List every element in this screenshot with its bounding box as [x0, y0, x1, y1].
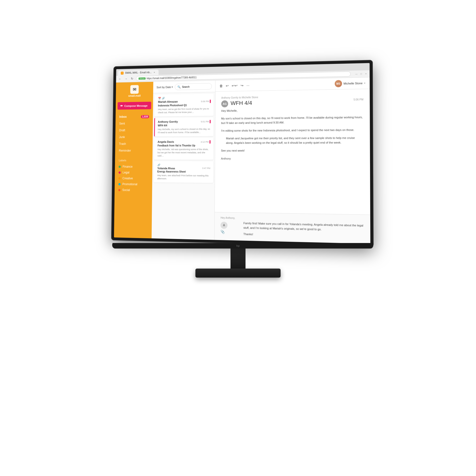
sidebar-item-draft[interactable]: Draft [115, 127, 153, 134]
maximize-btn[interactable]: □ [360, 72, 363, 75]
sort-arrow-icon: ▾ [172, 86, 173, 88]
email-preview-1: Hey team, we've got the first round of s… [158, 107, 211, 114]
email-subject-4: Energy Awareness Sheet [157, 170, 210, 173]
email-para2: My son's school is closed on this day, s… [221, 115, 364, 126]
forward-icon[interactable]: ↪ [241, 83, 244, 87]
app-container: ✉ smail.mail ✏ Compose Message Inbox 1,9… [114, 77, 370, 244]
sort-label: Sort by Date [157, 86, 171, 89]
tab-favicon: ✉ [121, 71, 124, 74]
inbox-label: Inbox [119, 115, 127, 118]
reply-sender-avatar: A [220, 222, 227, 229]
labels-section: Labels Finance Legal Creative [114, 156, 152, 195]
email-preview-2: Hey Michelle, my son's school is closed … [158, 128, 210, 134]
sort-button[interactable]: Sort by Date ▾ [157, 85, 173, 89]
email-para4: Mariah and Jacqueline got me their prior… [226, 136, 364, 146]
email-detail-content: Anthony Gorrity to Michelle Stone AG WFH… [215, 89, 370, 215]
trash-label: Trash [119, 142, 126, 146]
email-list: 📅 🔗 Mariah Almazan 5:06 PM [152, 92, 215, 240]
reply-icon[interactable]: ↩ [226, 84, 229, 88]
compose-icon: ✏ [120, 104, 123, 108]
email-subject-1: Indonesia Photoshoot Q1 [158, 103, 211, 107]
reply-section: Hey Anthony, A 📎 Family first! Make sure… [214, 212, 370, 244]
tab-title: SMAIL.MAIL - Email inb... [125, 71, 152, 74]
sent-label: Sent [119, 122, 125, 125]
user-profile[interactable]: MS Michelle Stone ▾ [335, 79, 366, 87]
labels-title: Labels [119, 159, 149, 162]
finance-label: Finance [123, 165, 133, 168]
legal-dot [118, 171, 121, 174]
secure-badge: Secure [139, 77, 146, 80]
creative-label: Creative [123, 177, 133, 180]
sidebar-item-inbox[interactable]: Inbox 1,939 [115, 113, 153, 120]
back-btn[interactable]: ← [118, 77, 122, 81]
logo-text: smail.mail [128, 94, 141, 97]
promotional-dot [118, 183, 121, 185]
reply-all-icon[interactable]: ↩↩ [232, 84, 238, 88]
avatar: MS [335, 80, 342, 87]
sidebar-item-trash[interactable]: Trash [115, 140, 153, 147]
delete-icon[interactable]: 🗑 [219, 84, 223, 88]
email-from-4: Yolanda Rivas [157, 167, 175, 170]
email-subject-3: Feedback from Val is Thumbs Up [158, 144, 210, 147]
sender-avatar: AG [221, 100, 228, 107]
refresh-btn[interactable]: ↻ [130, 77, 134, 80]
email-detail: 🗑 ↩ ↩↩ ↪ ··· MS Michelle Stone ▾ [214, 77, 370, 244]
email-from-2: Anthony Gorrity [158, 120, 178, 123]
reply-body: Family first! Make sure you call in for … [243, 221, 364, 233]
monitor-bezel: ✉ SMAIL.MAIL - Email inb... × ← → ↻ Secu… [111, 60, 374, 247]
search-box[interactable]: 🔍 Search [175, 83, 212, 90]
sidebar-item-reminder[interactable]: Reminder [115, 147, 153, 154]
minimize-btn[interactable]: — [355, 72, 358, 76]
email-list-panel: Sort by Date ▾ 🔍 Search [152, 81, 215, 240]
monitor-base [195, 269, 281, 278]
hp-logo: hp [236, 244, 240, 247]
email-subject-detail: WFH 4/4 [230, 100, 252, 106]
user-dropdown-icon[interactable]: ▾ [364, 82, 365, 84]
attachment-icon: 📎 [220, 230, 230, 234]
email-signature: Anthony [221, 157, 364, 160]
nav-items: Inbox 1,939 Sent Draft Junk [115, 111, 153, 156]
email-time-1: 5:06 PM [201, 100, 209, 103]
more-icon[interactable]: ··· [247, 83, 250, 87]
email-body: Hey Michelle, My son's school is closed … [221, 107, 364, 153]
time-indicator-3 [209, 140, 210, 144]
label-social[interactable]: Social [118, 187, 148, 193]
sidebar-item-sent[interactable]: Sent [115, 120, 153, 127]
email-time-3: 4:12 PM [201, 141, 209, 143]
junk-label: Junk [119, 135, 125, 139]
url-text: https://smail.mail/10300/nrgdrive/77389.… [147, 76, 197, 80]
compose-label: Compose Message [124, 104, 148, 107]
email-time-4: 3:47 PM [202, 167, 210, 170]
logo-icon: ✉ [130, 85, 139, 94]
close-btn[interactable]: × [364, 72, 368, 75]
label-finance[interactable]: Finance [118, 164, 149, 170]
email-farewell: See you next week! [221, 148, 364, 153]
reminder-label: Reminder [119, 149, 131, 152]
email-from-3: Angela Davis [158, 140, 174, 143]
sidebar-item-junk[interactable]: Junk [115, 134, 153, 141]
email-preview-4: Hey team, see attached! Print before our… [157, 174, 210, 180]
email-para3: I'm editing some shots for the new Indon… [221, 128, 364, 133]
user-name: Michelle Stone [343, 82, 363, 85]
email-card-4[interactable]: 🔗 Yolanda Rivas 3:47 PM Energy Awareness… [154, 161, 213, 183]
search-icon: 🔍 [177, 85, 181, 88]
tab-close-btn[interactable]: × [153, 71, 156, 74]
email-card-2[interactable]: Anthony Gorrity 5:01 PM WFH 4/4 Hey Mich… [154, 117, 213, 137]
compose-button[interactable]: ✏ Compose Message [117, 102, 151, 110]
label-promotional[interactable]: Promotional [118, 181, 149, 187]
time-indicator-1 [210, 100, 211, 103]
promotional-label: Promotional [122, 182, 137, 186]
time-indicator-2 [210, 120, 211, 124]
forward-btn[interactable]: → [124, 77, 128, 81]
label-creative[interactable]: Creative [118, 175, 149, 181]
email-card-3[interactable]: Angela Davis 4:12 PM Feedback from Val i… [154, 138, 213, 160]
email-list-header: Sort by Date ▾ 🔍 Search [153, 81, 215, 93]
avatar-image: MS [335, 80, 342, 87]
finance-dot [119, 166, 121, 168]
email-subject-2: WFH 4/4 [158, 124, 211, 127]
search-placeholder: Search [182, 85, 189, 88]
social-dot [118, 189, 120, 191]
email-preview-3: Hey Michelle, Val was questioning some o… [157, 148, 210, 157]
email-card-1[interactable]: 📅 🔗 Mariah Almazan 5:06 PM [154, 94, 214, 116]
label-legal[interactable]: Legal [118, 170, 149, 176]
